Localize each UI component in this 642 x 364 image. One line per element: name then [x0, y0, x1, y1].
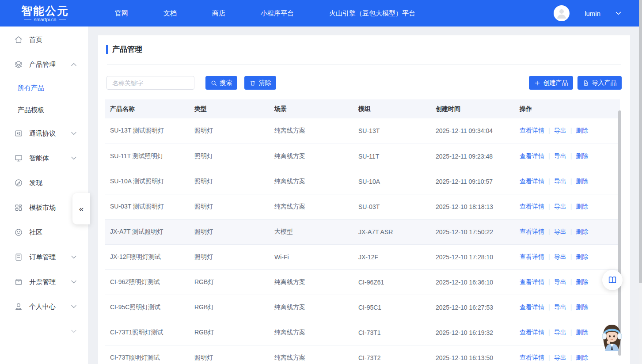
- table-row[interactable]: CI-73T1照明灯测试 RGB灯 纯离线方案 CI-73T1 2025-12-…: [105, 320, 620, 345]
- cell-scene: 纯离线方案: [270, 169, 353, 194]
- sidebar-item-home[interactable]: 首页: [0, 27, 88, 52]
- cell-product-name: CI-73T照明灯测试: [105, 345, 190, 364]
- delete-link[interactable]: 删除: [576, 228, 588, 235]
- action-separator: |: [570, 228, 572, 235]
- user-avatar-icon[interactable]: [554, 5, 570, 21]
- invoice-icon: [14, 277, 23, 286]
- brand-logo[interactable]: 智能公元 smartpi.cn: [19, 5, 72, 22]
- chevron-down-icon[interactable]: [71, 156, 76, 160]
- column-scene: 场景: [270, 99, 353, 118]
- nav-item-official-site[interactable]: 官网: [115, 9, 128, 18]
- action-separator: |: [548, 152, 550, 159]
- username[interactable]: lumin: [585, 10, 600, 17]
- view-detail-link[interactable]: 查看详情: [520, 278, 544, 285]
- search-icon: [211, 80, 217, 86]
- table-row[interactable]: SU-11T 测试照明灯 照明灯 纯离线方案 SU-11T 2025-12-11…: [105, 144, 620, 169]
- view-detail-link[interactable]: 查看详情: [520, 303, 544, 311]
- export-link[interactable]: 导出: [554, 203, 566, 210]
- view-detail-link[interactable]: 查看详情: [520, 253, 544, 260]
- table-row[interactable]: CI-96Z照明灯测试 RGB灯 纯离线方案 CI-96Z61 2025-12-…: [105, 269, 620, 295]
- import-product-button[interactable]: 导入产品: [577, 76, 622, 90]
- column-type: 类型: [190, 99, 270, 118]
- export-link[interactable]: 导出: [554, 228, 566, 235]
- chevron-up-icon[interactable]: [71, 63, 76, 66]
- delete-link[interactable]: 删除: [576, 152, 588, 159]
- chevron-down-icon[interactable]: [615, 11, 621, 15]
- action-separator: |: [570, 152, 572, 159]
- cell-actions: 查看详情|导出|删除: [515, 244, 620, 269]
- sidebar-item-communication-protocol[interactable]: 通讯协议: [0, 121, 88, 146]
- table-row[interactable]: CI-95C照明灯测试 RGB灯 纯离线方案 CI-95C1 2025-12-1…: [105, 295, 620, 320]
- export-link[interactable]: 导出: [554, 178, 566, 185]
- user-area: lumin: [554, 5, 621, 21]
- search-input[interactable]: [106, 76, 194, 90]
- export-link[interactable]: 导出: [554, 278, 566, 285]
- action-separator: |: [548, 203, 550, 210]
- delete-link[interactable]: 删除: [576, 178, 588, 185]
- sidebar-item-agent[interactable]: 智能体: [0, 146, 88, 171]
- export-link[interactable]: 导出: [554, 329, 566, 336]
- sidebar-item-invoice-management[interactable]: 开票管理: [0, 269, 88, 294]
- clear-button[interactable]: 清除: [244, 76, 276, 90]
- page-scrollbar[interactable]: [639, 0, 642, 364]
- view-detail-link[interactable]: 查看详情: [520, 329, 544, 336]
- table-row[interactable]: SU-10A 测试照明灯 照明灯 纯离线方案 SU-10A 2025-12-11…: [105, 169, 620, 194]
- collapse-icon: «: [79, 204, 84, 214]
- sidebar-item-personal-center[interactable]: 个人中心: [0, 294, 88, 319]
- app-window: 智能公元 smartpi.cn 官网 文档 商店 小程序平台 火山引擎（豆包大模…: [0, 0, 642, 364]
- chevron-down-icon[interactable]: [71, 305, 76, 308]
- table-row[interactable]: JX-12F照明灯测试 照明灯 Wi-Fi JX-12F 2025-12-10 …: [105, 244, 620, 269]
- sidebar-item-order-management[interactable]: 订单管理: [0, 245, 88, 269]
- chevron-down-icon[interactable]: [71, 280, 76, 284]
- export-link[interactable]: 导出: [554, 303, 566, 311]
- nav-item-miniprogram-platform[interactable]: 小程序平台: [261, 9, 294, 18]
- view-detail-link[interactable]: 查看详情: [520, 152, 544, 159]
- cell-created-time: 2025-12-11 09:23:48: [431, 144, 515, 169]
- page-scrollbar-thumb[interactable]: [639, 0, 642, 283]
- logo-dash-right: [59, 19, 66, 19]
- sidebar-item-product-management[interactable]: 产品管理: [0, 52, 88, 77]
- assistant-mascot[interactable]: [599, 323, 625, 355]
- sidebar-item-extra[interactable]: [0, 319, 88, 344]
- delete-link[interactable]: 删除: [576, 127, 588, 134]
- delete-link[interactable]: 删除: [576, 303, 588, 311]
- delete-link[interactable]: 删除: [576, 278, 588, 285]
- sidebar-item-product-templates[interactable]: 产品模板: [0, 99, 88, 121]
- export-link[interactable]: 导出: [554, 152, 566, 159]
- cell-scene: 纯离线方案: [270, 269, 353, 295]
- table-row[interactable]: SU-13T 测试照明灯 照明灯 纯离线方案 SU-13T 2025-12-11…: [105, 118, 620, 144]
- sidebar-item-discover[interactable]: 发现: [0, 171, 88, 195]
- cell-module: CI-95C1: [353, 295, 431, 320]
- cell-module: SU-10A: [353, 169, 431, 194]
- cell-module: SU-11T: [353, 144, 431, 169]
- table-row[interactable]: CI-73T照明灯测试 照明灯 纯离线方案 CI-73T2 2025-12-10…: [105, 345, 620, 364]
- sidebar-item-all-products[interactable]: 所有产品: [0, 77, 88, 99]
- cell-created-time: 2025-12-10 16:27:53: [431, 295, 515, 320]
- delete-link[interactable]: 删除: [576, 329, 588, 336]
- search-button[interactable]: 搜索: [205, 76, 237, 90]
- cell-type: RGB灯: [190, 269, 270, 295]
- nav-item-store[interactable]: 商店: [212, 9, 225, 18]
- export-link[interactable]: 导出: [554, 127, 566, 134]
- delete-link[interactable]: 删除: [576, 203, 588, 210]
- table-row[interactable]: SU-03T 测试照明灯 照明灯 纯离线方案 SU-03T 2025-12-10…: [105, 194, 620, 219]
- delete-link[interactable]: 删除: [576, 253, 588, 260]
- chevron-down-icon[interactable]: [71, 255, 76, 259]
- sidebar-collapse-button[interactable]: «: [72, 193, 90, 224]
- table-row[interactable]: JX-A7T 测试照明灯 照明灯 大模型 JX-A7T ASR 2025-12-…: [105, 219, 620, 244]
- view-detail-link[interactable]: 查看详情: [520, 354, 544, 361]
- view-detail-link[interactable]: 查看详情: [520, 127, 544, 134]
- view-detail-link[interactable]: 查看详情: [520, 178, 544, 185]
- nav-item-docs[interactable]: 文档: [163, 9, 177, 18]
- nav-item-volcano-platform[interactable]: 火山引擎（豆包大模型）平台: [329, 9, 415, 18]
- view-detail-link[interactable]: 查看详情: [520, 203, 544, 210]
- chevron-down-icon[interactable]: [71, 132, 76, 135]
- chevron-down-icon[interactable]: [71, 330, 76, 333]
- create-product-button[interactable]: 创建产品: [529, 76, 573, 90]
- export-link[interactable]: 导出: [554, 354, 566, 361]
- view-detail-link[interactable]: 查看详情: [520, 228, 544, 235]
- user-guide-button[interactable]: [602, 270, 623, 290]
- content-scrollbar[interactable]: [618, 110, 621, 356]
- export-link[interactable]: 导出: [554, 253, 566, 260]
- delete-link[interactable]: 删除: [576, 354, 588, 361]
